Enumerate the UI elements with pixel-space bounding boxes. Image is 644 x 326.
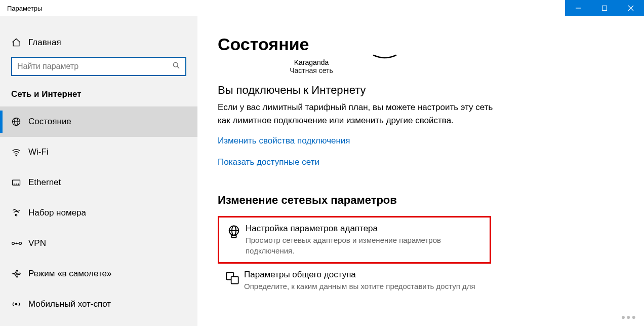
content-area: Состояние Karaganda Частная сеть Вы подк… <box>197 16 644 326</box>
connected-heading: Вы подключены к Интернету <box>218 84 624 97</box>
minimize-icon <box>575 5 581 11</box>
sidebar-item-wifi[interactable]: Wi-Fi <box>0 137 197 167</box>
sidebar-item-label: Режим «в самолете» <box>28 269 111 279</box>
svg-point-15 <box>12 242 15 245</box>
change-settings-heading: Изменение сетевых параметров <box>218 194 624 207</box>
option-desc: Определите, к каким данным вы хотите пре… <box>244 281 486 292</box>
sharing-icon <box>221 270 244 285</box>
network-type: Частная сеть <box>218 66 405 75</box>
window-controls <box>565 0 644 16</box>
option-title: Параметры общего доступа <box>244 270 486 280</box>
svg-rect-25 <box>231 277 238 284</box>
svg-point-16 <box>19 242 22 245</box>
sidebar-item-label: VPN <box>28 238 46 248</box>
sidebar-item-vpn[interactable]: VPN <box>0 228 197 259</box>
sidebar-item-dialup[interactable]: Набор номера <box>0 198 197 228</box>
ethernet-icon <box>11 177 28 188</box>
svg-rect-23 <box>231 235 236 238</box>
connected-desc: Если у вас лимитный тарифный план, вы мо… <box>218 101 501 127</box>
option-adapter-settings[interactable]: Настройка параметров адаптера Просмотр с… <box>218 216 491 264</box>
sidebar-home[interactable]: Главная <box>0 34 197 57</box>
adapter-icon <box>222 224 246 239</box>
search-input[interactable] <box>17 62 172 71</box>
sidebar-item-label: Wi-Fi <box>28 147 49 157</box>
wifi-icon <box>11 147 28 157</box>
option-sharing-settings[interactable]: Параметры общего доступа Определите, к к… <box>218 264 491 298</box>
sidebar-item-label: Набор номера <box>28 208 86 218</box>
home-icon <box>11 38 28 48</box>
network-glyph <box>370 53 400 65</box>
sidebar-item-hotspot[interactable]: Мобильный хот-спот <box>0 289 197 319</box>
close-icon <box>628 5 634 11</box>
search-box[interactable] <box>11 57 186 76</box>
svg-point-19 <box>15 303 17 305</box>
sidebar-item-airplane[interactable]: Режим «в самолете» <box>0 259 197 289</box>
sidebar-home-label: Главная <box>28 38 61 48</box>
globe-icon <box>11 117 28 127</box>
sidebar-item-status[interactable]: Состояние <box>0 106 197 137</box>
close-button[interactable] <box>618 0 644 16</box>
airplane-icon <box>11 269 28 279</box>
maximize-icon <box>601 5 608 11</box>
svg-point-4 <box>173 62 178 67</box>
network-summary: Karaganda Частная сеть <box>218 58 405 75</box>
window-title: Параметры <box>0 5 42 12</box>
page-title: Состояние <box>218 34 624 54</box>
sidebar-item-label: Мобильный хот-спот <box>28 299 111 309</box>
sidebar-item-ethernet[interactable]: Ethernet <box>0 167 197 198</box>
svg-point-14 <box>15 214 17 216</box>
sidebar-item-label: Состояние <box>28 117 71 127</box>
title-bar: Параметры <box>0 0 644 16</box>
option-title: Настройка параметров адаптера <box>246 224 485 234</box>
more-indicator: ●●● <box>621 313 637 321</box>
link-change-properties[interactable]: Изменить свойства подключения <box>218 136 350 146</box>
maximize-button[interactable] <box>591 0 618 16</box>
vpn-icon <box>11 238 28 248</box>
minimize-button[interactable] <box>565 0 591 16</box>
svg-rect-1 <box>602 6 607 11</box>
sidebar-section-title: Сеть и Интернет <box>0 89 197 106</box>
option-desc: Просмотр сетевых адаптеров и изменение п… <box>246 235 485 256</box>
dialup-icon <box>11 208 28 218</box>
link-show-networks[interactable]: Показать доступные сети <box>218 157 319 167</box>
hotspot-icon <box>11 299 28 309</box>
sidebar: Главная Сеть и Интернет Состояние Wi-Fi <box>0 16 197 326</box>
search-icon <box>172 61 180 71</box>
sidebar-item-label: Ethernet <box>28 177 61 188</box>
svg-line-5 <box>177 66 179 68</box>
svg-point-18 <box>16 243 17 244</box>
svg-point-9 <box>16 155 17 156</box>
